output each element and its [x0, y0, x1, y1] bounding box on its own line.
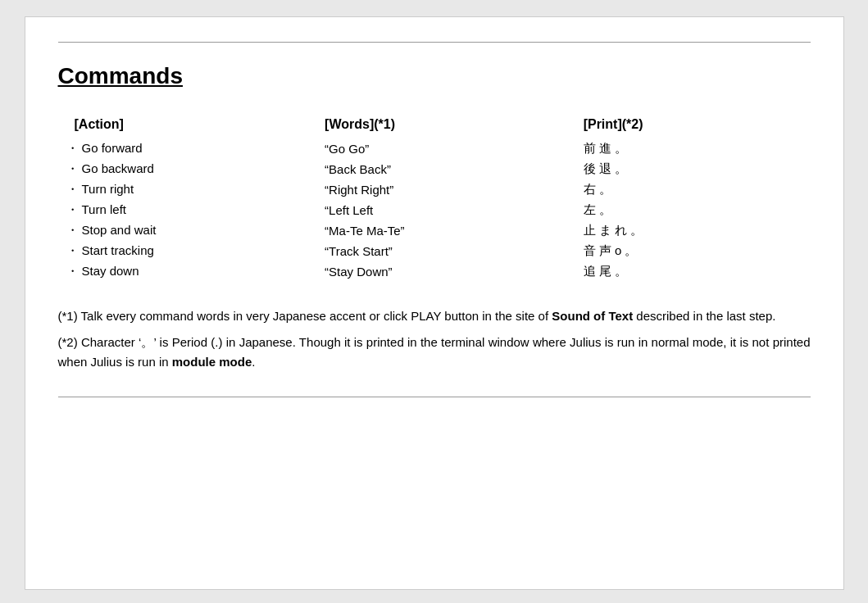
- cell-print: 左 。: [575, 200, 811, 220]
- bullet-icon: ・: [66, 182, 79, 196]
- cell-action: ・Start tracking: [58, 241, 317, 261]
- page-container: Commands [Action] [Words](*1) [Print](*2…: [25, 16, 844, 590]
- commands-table: [Action] [Words](*1) [Print](*2) ・Go for…: [58, 114, 811, 282]
- header-words: [Words](*1): [316, 114, 575, 138]
- cell-words: “Go Go”: [316, 138, 575, 159]
- footnotes: (*1) Talk every command words in very Ja…: [58, 306, 811, 372]
- bottom-divider: [58, 397, 811, 397]
- page-title: Commands: [58, 63, 811, 89]
- cell-action: ・Turn right: [58, 179, 317, 200]
- bullet-icon: ・: [66, 264, 79, 278]
- bullet-icon: ・: [66, 243, 79, 257]
- bullet-icon: ・: [66, 161, 79, 175]
- top-divider: [58, 42, 811, 43]
- cell-action: ・Go forward: [58, 138, 317, 159]
- cell-print: 右 。: [575, 179, 811, 200]
- table-row: ・Stay down“Stay Down”追 尾 。: [58, 261, 811, 282]
- table-row: ・Turn left“Left Left左 。: [58, 200, 811, 220]
- footnote-2: (*2) Character ‘。’ is Period (.) in Japa…: [58, 333, 811, 372]
- table-row: ・Go forward“Go Go”前 進 。: [58, 138, 811, 159]
- cell-print: 追 尾 。: [575, 261, 811, 282]
- header-print: [Print](*2): [575, 114, 811, 138]
- cell-action: ・Stop and wait: [58, 220, 317, 241]
- cell-words: “Back Back”: [316, 159, 575, 179]
- cell-action: ・Go backward: [58, 159, 317, 179]
- cell-words: “Left Left: [316, 200, 575, 220]
- cell-words: “Ma-Te Ma-Te”: [316, 220, 575, 241]
- cell-words: “Track Start”: [316, 241, 575, 261]
- cell-print: 後 退 。: [575, 159, 811, 179]
- bullet-icon: ・: [66, 202, 79, 216]
- table-row: ・Stop and wait“Ma-Te Ma-Te”止 ま れ 。: [58, 220, 811, 241]
- cell-print: 前 進 。: [575, 138, 811, 159]
- table-row: ・Start tracking“Track Start”音 声 o 。: [58, 241, 811, 261]
- table-row: ・Turn right“Right Right”右 。: [58, 179, 811, 200]
- bullet-icon: ・: [66, 223, 79, 237]
- bullet-icon: ・: [66, 141, 79, 155]
- cell-action: ・Stay down: [58, 261, 317, 282]
- cell-print: 止 ま れ 。: [575, 220, 811, 241]
- cell-action: ・Turn left: [58, 200, 317, 220]
- cell-words: “Right Right”: [316, 179, 575, 200]
- footnote-1: (*1) Talk every command words in very Ja…: [58, 306, 811, 326]
- header-action: [Action]: [58, 114, 317, 138]
- table-row: ・Go backward“Back Back”後 退 。: [58, 159, 811, 179]
- cell-words: “Stay Down”: [316, 261, 575, 282]
- cell-print: 音 声 o 。: [575, 241, 811, 261]
